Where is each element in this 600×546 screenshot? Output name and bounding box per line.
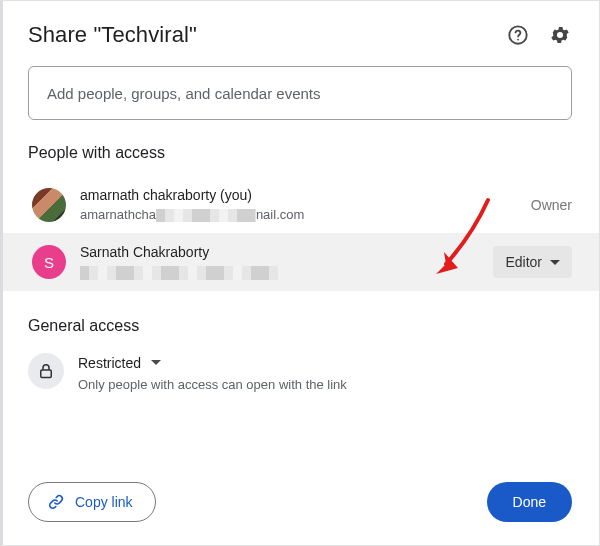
general-info: Restricted Only people with access can o…: [78, 353, 572, 392]
avatar: S: [32, 245, 66, 279]
gear-icon[interactable]: [548, 23, 572, 47]
person-name: Sarnath Chakraborty: [80, 243, 493, 262]
redacted-segment: [156, 209, 256, 222]
add-people-placeholder: Add people, groups, and calendar events: [47, 85, 321, 102]
person-info: Sarnath Chakraborty: [80, 243, 493, 280]
header-icons: [506, 23, 572, 47]
person-info: amarnath chakraborty (you) amarnathchana…: [80, 186, 531, 223]
person-email: [80, 263, 280, 281]
avatar-initial: S: [44, 254, 54, 271]
redacted-segment: [80, 266, 280, 280]
role-value: Editor: [505, 254, 542, 270]
copy-link-label: Copy link: [75, 494, 133, 510]
general-access-description: Only people with access can open with th…: [78, 377, 572, 392]
chevron-down-icon: [550, 260, 560, 265]
avatar: [32, 188, 66, 222]
general-access-section: General access Restricted Only people wi…: [28, 317, 572, 396]
role-dropdown[interactable]: Editor: [493, 246, 572, 278]
dialog-title: Share "Techviral": [28, 22, 197, 48]
dialog-header: Share "Techviral": [28, 22, 572, 48]
general-access-row: Restricted Only people with access can o…: [28, 349, 572, 396]
avatar-photo: [32, 188, 66, 222]
share-dialog: Share "Techviral" Add people, groups, an…: [0, 0, 600, 546]
person-email: amarnathchanail.com: [80, 206, 304, 224]
general-access-value: Restricted: [78, 355, 141, 371]
chevron-down-icon: [151, 360, 161, 365]
role-label: Owner: [531, 197, 572, 213]
general-access-dropdown[interactable]: Restricted: [78, 353, 572, 371]
help-icon[interactable]: [506, 23, 530, 47]
done-label: Done: [513, 494, 546, 510]
person-row-editor[interactable]: S Sarnath Chakraborty Editor: [0, 233, 600, 290]
people-section-title: People with access: [28, 144, 572, 162]
copy-link-button[interactable]: Copy link: [28, 482, 156, 522]
svg-rect-2: [41, 370, 52, 378]
done-button[interactable]: Done: [487, 482, 572, 522]
link-icon: [47, 493, 65, 511]
dialog-footer: Copy link Done: [28, 482, 572, 522]
person-row-owner: amarnath chakraborty (you) amarnathchana…: [28, 176, 572, 233]
general-section-title: General access: [28, 317, 572, 335]
lock-icon: [28, 353, 64, 389]
add-people-input[interactable]: Add people, groups, and calendar events: [28, 66, 572, 120]
person-name: amarnath chakraborty (you): [80, 186, 531, 205]
svg-point-1: [517, 39, 519, 41]
